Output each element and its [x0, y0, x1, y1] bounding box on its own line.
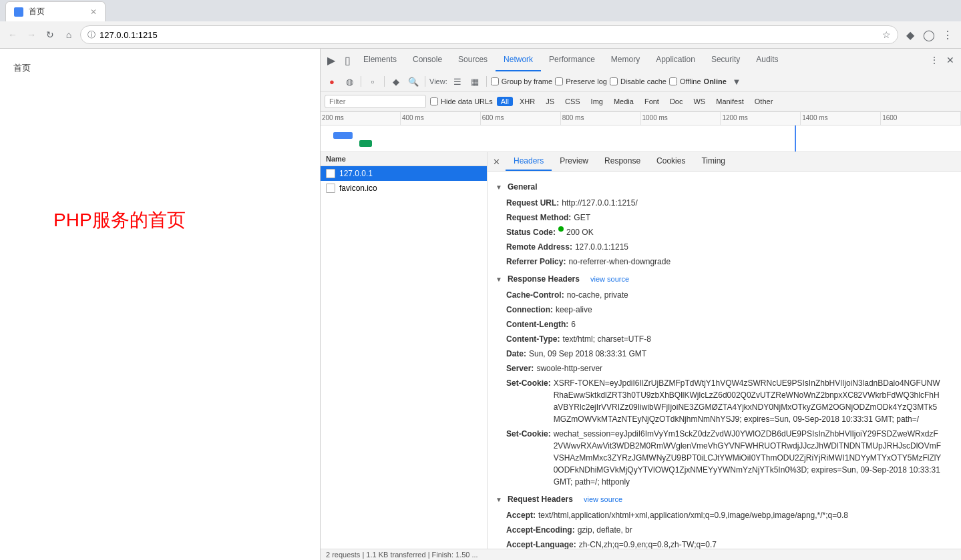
tab-elements[interactable]: Elements: [355, 49, 405, 71]
preserve-log-checkbox[interactable]: [555, 77, 563, 85]
header-name-set-cookie-2: Set-Cookie:: [506, 428, 551, 488]
tab-network[interactable]: Network: [496, 49, 541, 71]
timeline-bars: [321, 125, 961, 152]
detail-tab-timing[interactable]: Timing: [693, 152, 733, 171]
clear-button[interactable]: ◍: [342, 74, 357, 89]
bookmark-icon[interactable]: ☆: [882, 29, 891, 40]
timeline-bar-2: [359, 140, 372, 147]
header-value-referrer: no-referrer-when-downgrade: [568, 256, 670, 268]
timeline-cursor: [795, 125, 796, 152]
devtools-device-button[interactable]: ▯: [339, 52, 355, 68]
filter-input[interactable]: [325, 95, 426, 108]
tab-performance[interactable]: Performance: [541, 49, 603, 71]
detail-tab-preview[interactable]: Preview: [552, 152, 596, 171]
disable-cache-checkbox[interactable]: [610, 77, 618, 85]
devtools-panel: ▶ ▯ Elements Console Sources Network Per…: [320, 49, 961, 560]
filter-button[interactable]: ◆: [389, 74, 403, 89]
address-bar-container: ⓘ ☆: [80, 25, 898, 44]
group-by-frame-label[interactable]: Group by frame: [491, 77, 552, 85]
menu-button[interactable]: ⋮: [940, 27, 956, 43]
timeline-ruler: 200 ms 400 ms 600 ms 800 ms 1000 ms 1200…: [321, 112, 961, 125]
filter-tag-font[interactable]: Font: [640, 97, 663, 106]
browser-tab[interactable]: 首页 ✕: [5, 1, 106, 21]
ruler-mark-5: 1000 ms: [641, 112, 721, 125]
filter-tag-xhr[interactable]: XHR: [516, 97, 539, 106]
user-button[interactable]: ◯: [921, 27, 937, 43]
request-view-source-link[interactable]: view source: [584, 495, 622, 503]
filter-tag-doc[interactable]: Doc: [666, 97, 687, 106]
request-name-favicon: favicon.ico: [339, 184, 377, 193]
detail-tab-cookies[interactable]: Cookies: [648, 152, 693, 171]
camera-button[interactable]: ▫: [365, 74, 380, 89]
ruler-mark-7: 1400 ms: [801, 112, 881, 125]
tab-memory[interactable]: Memory: [603, 49, 648, 71]
header-name-content-length: Content-Length:: [506, 318, 568, 330]
general-section-header[interactable]: General: [496, 182, 953, 192]
forward-button[interactable]: →: [24, 27, 39, 42]
ruler-mark-4: 800 ms: [561, 112, 641, 125]
view-frames-button[interactable]: ▦: [467, 74, 482, 89]
network-throttle-button[interactable]: ▼: [729, 74, 744, 89]
tab-security[interactable]: Security: [703, 49, 748, 71]
header-name-server: Server:: [506, 362, 534, 374]
timeline-bar-1: [333, 132, 353, 139]
request-list: Name 127.0.0.1 favicon.ico: [321, 152, 488, 549]
tab-console[interactable]: Console: [405, 49, 450, 71]
header-row-remote: Remote Address: 127.0.0.1:1215: [496, 240, 953, 254]
response-view-source-link[interactable]: view source: [590, 275, 629, 283]
header-row-content-type: Content-Type: text/html; charset=UTF-8: [496, 332, 953, 346]
hide-data-urls-checkbox[interactable]: [430, 97, 438, 105]
devtools-inspect-button[interactable]: ▶: [323, 52, 339, 68]
request-item-main[interactable]: 127.0.0.1: [321, 166, 487, 181]
filter-tag-ws[interactable]: WS: [689, 97, 709, 106]
preserve-log-label[interactable]: Preserve log: [555, 77, 607, 85]
header-name-url: Request URL:: [506, 197, 559, 209]
view-list-button[interactable]: ☰: [450, 74, 465, 89]
back-button[interactable]: ←: [5, 27, 20, 42]
tab-sources[interactable]: Sources: [450, 49, 496, 71]
home-button[interactable]: ⌂: [61, 27, 76, 42]
address-input[interactable]: [100, 30, 878, 40]
detail-tab-headers[interactable]: Headers: [506, 152, 552, 171]
tab-close-button[interactable]: ✕: [90, 7, 97, 17]
header-row-cache-control: Cache-Control: no-cache, private: [496, 288, 953, 302]
header-name-set-cookie-1: Set-Cookie:: [506, 377, 551, 425]
header-value-accept-language: zh-CN,zh;q=0.9,en;q=0.8,zh-TW;q=0.7: [579, 539, 717, 549]
page-heading: PHP服务的首页: [53, 208, 307, 233]
response-headers-section-header[interactable]: Response Headers view source: [496, 274, 953, 284]
offline-checkbox[interactable]: [669, 77, 677, 85]
hide-data-urls-label[interactable]: Hide data URLs: [430, 97, 493, 105]
header-row-accept-language: Accept-Language: zh-CN,zh;q=0.9,en;q=0.8…: [496, 537, 953, 549]
online-label: Online: [704, 77, 727, 85]
search-button[interactable]: 🔍: [406, 74, 421, 89]
group-by-frame-checkbox[interactable]: [491, 77, 499, 85]
header-row-accept-encoding: Accept-Encoding: gzip, deflate, br: [496, 523, 953, 537]
detail-tab-response[interactable]: Response: [596, 152, 648, 171]
devtools-more-button[interactable]: ⋮: [926, 52, 942, 68]
tab-audits[interactable]: Audits: [748, 49, 786, 71]
filter-tag-css[interactable]: CSS: [561, 97, 584, 106]
header-row-server: Server: swoole-http-server: [496, 361, 953, 376]
tab-application[interactable]: Application: [648, 49, 703, 71]
devtools-close-button[interactable]: ✕: [942, 52, 958, 68]
header-value-connection: keep-alive: [556, 304, 592, 316]
request-headers-section-header[interactable]: Request Headers view source: [496, 495, 953, 504]
request-favicon-ico: [326, 184, 335, 193]
record-button[interactable]: ●: [325, 74, 339, 89]
browser-chrome: 首页 ✕ ← → ↻ ⌂ ⓘ ☆ ◆ ◯ ⋮: [0, 0, 961, 49]
header-value-method: GET: [574, 212, 590, 224]
extensions-button[interactable]: ◆: [902, 27, 918, 43]
filter-tag-manifest[interactable]: Manifest: [712, 97, 748, 106]
request-item-favicon[interactable]: favicon.ico: [321, 181, 487, 196]
offline-label[interactable]: Offline: [669, 77, 701, 85]
detail-close-button[interactable]: ✕: [488, 154, 506, 170]
reload-button[interactable]: ↻: [43, 27, 57, 42]
filter-tag-img[interactable]: Img: [587, 97, 607, 106]
detail-content: General Request URL: http://127.0.0.1:12…: [488, 172, 961, 549]
filter-tag-js[interactable]: JS: [542, 97, 558, 106]
filter-tag-other[interactable]: Other: [751, 97, 777, 106]
disable-cache-label[interactable]: Disable cache: [610, 77, 666, 85]
devtools-header: ▶ ▯ Elements Console Sources Network Per…: [321, 49, 961, 112]
filter-tag-all[interactable]: All: [497, 97, 513, 106]
filter-tag-media[interactable]: Media: [610, 97, 638, 106]
